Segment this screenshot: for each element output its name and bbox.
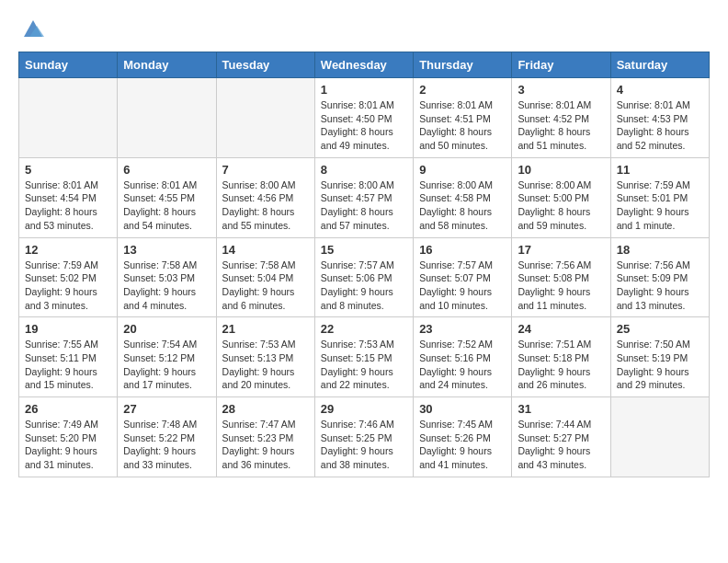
day-info: Sunrise: 7:55 AMSunset: 5:11 PMDaylight:… <box>25 338 111 392</box>
day-info: Sunrise: 7:56 AMSunset: 5:09 PMDaylight:… <box>617 259 703 313</box>
day-info: Sunrise: 7:57 AMSunset: 5:07 PMDaylight:… <box>419 259 506 313</box>
calendar-day-cell: 9Sunrise: 8:00 AMSunset: 4:58 PMDaylight… <box>414 157 512 237</box>
calendar-day-cell: 21Sunrise: 7:53 AMSunset: 5:13 PMDayligh… <box>216 317 314 397</box>
calendar-table: SundayMondayTuesdayWednesdayThursdayFrid… <box>18 52 710 477</box>
day-info: Sunrise: 7:47 AMSunset: 5:23 PMDaylight:… <box>222 418 309 472</box>
calendar-day-cell <box>19 78 118 158</box>
day-of-week-header: Monday <box>118 52 216 78</box>
day-number: 25 <box>617 322 703 336</box>
calendar-day-cell: 18Sunrise: 7:56 AMSunset: 5:09 PMDayligh… <box>610 237 709 317</box>
day-number: 8 <box>321 163 407 177</box>
logo-icon <box>20 15 46 40</box>
day-of-week-header: Tuesday <box>216 52 314 78</box>
day-info: Sunrise: 7:57 AMSunset: 5:06 PMDaylight:… <box>321 259 407 313</box>
calendar-day-cell: 13Sunrise: 7:58 AMSunset: 5:03 PMDayligh… <box>118 237 216 317</box>
day-number: 2 <box>419 83 506 97</box>
calendar-day-cell: 26Sunrise: 7:49 AMSunset: 5:20 PMDayligh… <box>19 397 118 477</box>
page-header <box>18 15 710 40</box>
calendar-day-cell: 8Sunrise: 8:00 AMSunset: 4:57 PMDaylight… <box>314 157 413 237</box>
day-number: 15 <box>321 243 407 257</box>
day-number: 11 <box>617 163 703 177</box>
calendar-day-cell: 6Sunrise: 8:01 AMSunset: 4:55 PMDaylight… <box>118 157 216 237</box>
day-info: Sunrise: 7:54 AMSunset: 5:12 PMDaylight:… <box>123 338 210 392</box>
calendar-day-cell: 14Sunrise: 7:58 AMSunset: 5:04 PMDayligh… <box>216 237 314 317</box>
day-info: Sunrise: 7:58 AMSunset: 5:04 PMDaylight:… <box>222 259 309 313</box>
day-info: Sunrise: 7:49 AMSunset: 5:20 PMDaylight:… <box>25 418 111 472</box>
day-number: 16 <box>419 243 506 257</box>
calendar-week-row: 19Sunrise: 7:55 AMSunset: 5:11 PMDayligh… <box>19 317 710 397</box>
day-number: 4 <box>617 83 703 97</box>
calendar-day-cell: 24Sunrise: 7:51 AMSunset: 5:18 PMDayligh… <box>512 317 610 397</box>
day-number: 19 <box>25 322 111 336</box>
day-info: Sunrise: 8:00 AMSunset: 5:00 PMDaylight:… <box>518 178 604 233</box>
day-of-week-header: Friday <box>512 52 610 78</box>
day-number: 21 <box>222 322 309 336</box>
day-number: 29 <box>321 402 407 416</box>
calendar-week-row: 12Sunrise: 7:59 AMSunset: 5:02 PMDayligh… <box>19 237 710 317</box>
day-number: 20 <box>123 322 210 336</box>
calendar-day-cell <box>216 78 314 158</box>
calendar-day-cell: 16Sunrise: 7:57 AMSunset: 5:07 PMDayligh… <box>414 237 512 317</box>
day-of-week-header: Wednesday <box>314 52 413 78</box>
day-number: 31 <box>518 402 604 416</box>
calendar-day-cell: 28Sunrise: 7:47 AMSunset: 5:23 PMDayligh… <box>216 397 314 477</box>
day-info: Sunrise: 7:48 AMSunset: 5:22 PMDaylight:… <box>123 418 210 472</box>
calendar-day-cell: 4Sunrise: 8:01 AMSunset: 4:53 PMDaylight… <box>610 78 709 158</box>
day-of-week-header: Saturday <box>610 52 709 78</box>
day-info: Sunrise: 7:45 AMSunset: 5:26 PMDaylight:… <box>419 418 506 472</box>
day-number: 6 <box>123 163 210 177</box>
calendar-day-cell: 20Sunrise: 7:54 AMSunset: 5:12 PMDayligh… <box>118 317 216 397</box>
day-of-week-header: Sunday <box>19 52 118 78</box>
day-info: Sunrise: 7:50 AMSunset: 5:19 PMDaylight:… <box>617 338 703 392</box>
day-info: Sunrise: 7:53 AMSunset: 5:15 PMDaylight:… <box>321 338 407 392</box>
calendar-day-cell: 2Sunrise: 8:01 AMSunset: 4:51 PMDaylight… <box>414 78 512 158</box>
day-info: Sunrise: 8:00 AMSunset: 4:56 PMDaylight:… <box>222 178 309 233</box>
day-number: 17 <box>518 243 604 257</box>
day-number: 3 <box>518 83 604 97</box>
day-info: Sunrise: 7:52 AMSunset: 5:16 PMDaylight:… <box>419 338 506 392</box>
day-info: Sunrise: 8:01 AMSunset: 4:52 PMDaylight:… <box>518 98 604 153</box>
calendar-day-cell: 31Sunrise: 7:44 AMSunset: 5:27 PMDayligh… <box>512 397 610 477</box>
day-info: Sunrise: 8:00 AMSunset: 4:57 PMDaylight:… <box>321 178 407 233</box>
day-info: Sunrise: 8:01 AMSunset: 4:51 PMDaylight:… <box>419 98 506 153</box>
calendar-week-row: 5Sunrise: 8:01 AMSunset: 4:54 PMDaylight… <box>19 157 710 237</box>
day-number: 28 <box>222 402 309 416</box>
calendar-day-cell: 17Sunrise: 7:56 AMSunset: 5:08 PMDayligh… <box>512 237 610 317</box>
calendar-day-cell: 23Sunrise: 7:52 AMSunset: 5:16 PMDayligh… <box>414 317 512 397</box>
day-info: Sunrise: 8:01 AMSunset: 4:55 PMDaylight:… <box>123 178 210 233</box>
day-number: 30 <box>419 402 506 416</box>
day-number: 5 <box>25 163 111 177</box>
calendar-day-cell: 11Sunrise: 7:59 AMSunset: 5:01 PMDayligh… <box>610 157 709 237</box>
calendar-week-row: 26Sunrise: 7:49 AMSunset: 5:20 PMDayligh… <box>19 397 710 477</box>
day-of-week-header: Thursday <box>414 52 512 78</box>
day-number: 13 <box>123 243 210 257</box>
logo <box>18 15 46 40</box>
day-number: 7 <box>222 163 309 177</box>
day-number: 12 <box>25 243 111 257</box>
day-info: Sunrise: 8:01 AMSunset: 4:54 PMDaylight:… <box>25 178 111 233</box>
day-number: 27 <box>123 402 210 416</box>
calendar-day-cell: 29Sunrise: 7:46 AMSunset: 5:25 PMDayligh… <box>314 397 413 477</box>
day-info: Sunrise: 8:01 AMSunset: 4:53 PMDaylight:… <box>617 98 703 153</box>
day-info: Sunrise: 7:59 AMSunset: 5:02 PMDaylight:… <box>25 259 111 313</box>
calendar-day-cell: 5Sunrise: 8:01 AMSunset: 4:54 PMDaylight… <box>19 157 118 237</box>
day-info: Sunrise: 7:53 AMSunset: 5:13 PMDaylight:… <box>222 338 309 392</box>
calendar-day-cell: 3Sunrise: 8:01 AMSunset: 4:52 PMDaylight… <box>512 78 610 158</box>
calendar-day-cell: 1Sunrise: 8:01 AMSunset: 4:50 PMDaylight… <box>314 78 413 158</box>
day-info: Sunrise: 7:59 AMSunset: 5:01 PMDaylight:… <box>617 178 703 233</box>
day-info: Sunrise: 8:01 AMSunset: 4:50 PMDaylight:… <box>321 98 407 153</box>
day-number: 22 <box>321 322 407 336</box>
calendar-day-cell: 15Sunrise: 7:57 AMSunset: 5:06 PMDayligh… <box>314 237 413 317</box>
calendar-day-cell: 7Sunrise: 8:00 AMSunset: 4:56 PMDaylight… <box>216 157 314 237</box>
day-info: Sunrise: 8:00 AMSunset: 4:58 PMDaylight:… <box>419 178 506 233</box>
calendar-week-row: 1Sunrise: 8:01 AMSunset: 4:50 PMDaylight… <box>19 78 710 158</box>
calendar-day-cell: 30Sunrise: 7:45 AMSunset: 5:26 PMDayligh… <box>414 397 512 477</box>
calendar-day-cell: 22Sunrise: 7:53 AMSunset: 5:15 PMDayligh… <box>314 317 413 397</box>
day-number: 18 <box>617 243 703 257</box>
day-number: 26 <box>25 402 111 416</box>
day-number: 24 <box>518 322 604 336</box>
calendar-day-cell: 19Sunrise: 7:55 AMSunset: 5:11 PMDayligh… <box>19 317 118 397</box>
day-number: 9 <box>419 163 506 177</box>
calendar-day-cell: 27Sunrise: 7:48 AMSunset: 5:22 PMDayligh… <box>118 397 216 477</box>
day-number: 14 <box>222 243 309 257</box>
